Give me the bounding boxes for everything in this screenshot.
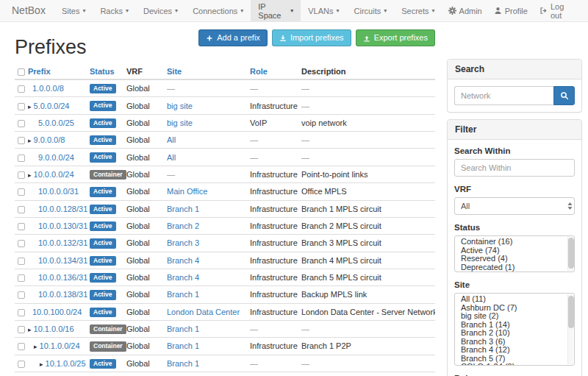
row-select-cell bbox=[15, 303, 28, 320]
vrf-value: Global bbox=[126, 238, 150, 247]
row-checkbox[interactable] bbox=[18, 103, 25, 110]
column-sort-link[interactable]: Status bbox=[90, 67, 115, 76]
prefix-link[interactable]: 10.1.0.0/25 bbox=[46, 359, 86, 368]
prefix-link[interactable]: 10.0.0.128/31 bbox=[38, 205, 87, 213]
column-sort-link[interactable]: Role bbox=[250, 67, 268, 76]
nav-item-secrets[interactable]: Secrets▾ bbox=[394, 0, 442, 21]
site-link[interactable]: Branch 1 bbox=[167, 205, 199, 213]
site-link[interactable]: Branch 1 bbox=[167, 359, 199, 368]
column-sort-link[interactable]: Prefix bbox=[28, 67, 51, 76]
prefix-link[interactable]: 10.0.0.136/31 bbox=[38, 273, 87, 282]
select-all-checkbox[interactable] bbox=[18, 68, 25, 76]
scrollbar-thumb[interactable] bbox=[568, 238, 574, 269]
nav-item-vlans[interactable]: VLANs▾ bbox=[301, 0, 346, 21]
export-prefixes-button[interactable]: Export prefixes bbox=[356, 29, 435, 46]
site-link[interactable]: All bbox=[167, 153, 176, 162]
nav-item-admin[interactable]: Admin bbox=[442, 0, 488, 21]
row-checkbox[interactable] bbox=[18, 309, 25, 316]
row-checkbox[interactable] bbox=[18, 206, 25, 213]
site-link[interactable]: big site bbox=[167, 102, 193, 110]
prefix-link[interactable]: 1.0.0.0/8 bbox=[32, 84, 64, 93]
status-badge: Container bbox=[90, 324, 126, 334]
row-checkbox[interactable] bbox=[18, 171, 25, 179]
nav-item-racks[interactable]: Racks▾ bbox=[93, 0, 136, 21]
nav-item-circuits[interactable]: Circuits▾ bbox=[347, 0, 395, 21]
site-link[interactable]: Branch 4 bbox=[167, 273, 199, 282]
search-within-input[interactable] bbox=[454, 159, 575, 177]
indent-spacer bbox=[28, 280, 38, 280]
row-checkbox[interactable] bbox=[18, 137, 25, 144]
role-cell: Infrastructure bbox=[250, 303, 301, 320]
prefix-link[interactable]: 10.0.0.132/31 bbox=[38, 238, 87, 247]
row-checkbox[interactable] bbox=[18, 326, 25, 333]
vrf-select[interactable]: All bbox=[454, 197, 575, 215]
prefix-link[interactable]: 10.1.0.0/24 bbox=[40, 341, 80, 350]
option-reserved-4[interactable]: Reserved (4) bbox=[455, 255, 574, 263]
row-checkbox[interactable] bbox=[18, 223, 25, 230]
search-input[interactable] bbox=[454, 86, 553, 105]
prefix-link[interactable]: 5.0.0.0/25 bbox=[38, 118, 74, 127]
option-container-16[interactable]: Container (16) bbox=[455, 238, 574, 246]
site-link[interactable]: Branch 1 bbox=[167, 290, 199, 299]
description-cell: Branch 4 MPLS circuit bbox=[301, 252, 435, 269]
nav-item-ip-space[interactable]: IP Space▾ bbox=[251, 0, 301, 21]
option-branch-4-12[interactable]: Branch 4 (12) bbox=[455, 346, 574, 355]
prefix-link[interactable]: 10.0.0.130/31 bbox=[38, 221, 87, 230]
prefix-link[interactable]: 10.0.0.138/31 bbox=[38, 290, 87, 299]
nav-item-log-out[interactable]: Log out bbox=[534, 0, 582, 21]
prefix-link[interactable]: 10.0.0.0/24 bbox=[34, 170, 74, 179]
import-prefixes-button[interactable]: Import prefixes bbox=[272, 29, 351, 46]
site-cell: — bbox=[167, 79, 250, 97]
option-colo-1-24-0[interactable]: COLO-1-24 (0) bbox=[455, 363, 574, 366]
prefix-link[interactable]: 9.0.0.0/24 bbox=[38, 153, 74, 162]
prefix-link[interactable]: 10.0.0.134/31 bbox=[38, 256, 87, 265]
vrf-label: VRF bbox=[454, 185, 575, 194]
column-sort-link[interactable]: Site bbox=[167, 67, 182, 76]
prefix-cell: 1.0.0.0/8 bbox=[28, 79, 90, 97]
site-link[interactable]: Branch 1 bbox=[167, 341, 199, 350]
site-link[interactable]: All bbox=[167, 135, 176, 144]
prefix-link[interactable]: 5.0.0.0/24 bbox=[34, 102, 70, 110]
option-branch-2-10[interactable]: Branch 2 (10) bbox=[455, 329, 574, 338]
site-link[interactable]: Branch 3 bbox=[167, 238, 199, 247]
row-checkbox[interactable] bbox=[18, 361, 25, 368]
row-checkbox[interactable] bbox=[18, 274, 25, 282]
site-link[interactable]: Branch 1 bbox=[167, 324, 199, 333]
prefix-link[interactable]: 10.0.100.0/24 bbox=[32, 308, 82, 316]
row-checkbox[interactable] bbox=[18, 258, 25, 265]
site-link[interactable]: London Data Center bbox=[167, 308, 240, 316]
table-row: ▸10.1.0.0/25ActiveGlobalBranch 1—— bbox=[15, 355, 435, 372]
row-checkbox[interactable] bbox=[18, 291, 25, 299]
row-checkbox[interactable] bbox=[18, 188, 25, 196]
row-checkbox[interactable] bbox=[18, 155, 25, 162]
add-a-prefix-button[interactable]: Add a prefix bbox=[198, 29, 268, 46]
button-label: Export prefixes bbox=[374, 33, 428, 43]
row-checkbox[interactable] bbox=[18, 240, 25, 247]
prefix-link[interactable]: 10.0.0.0/31 bbox=[38, 187, 79, 196]
site-link[interactable]: Branch 2 bbox=[167, 221, 199, 230]
scrollbar-thumb[interactable] bbox=[568, 296, 574, 328]
row-checkbox[interactable] bbox=[18, 85, 25, 93]
search-button[interactable] bbox=[553, 86, 575, 105]
prefix-link[interactable]: 10.1.0.0/16 bbox=[34, 324, 74, 333]
nav-item-connections[interactable]: Connections▾ bbox=[185, 0, 251, 21]
option-big-site-2[interactable]: big site (2) bbox=[455, 312, 574, 321]
nav-item-devices[interactable]: Devices▾ bbox=[136, 0, 185, 21]
nav-item-profile[interactable]: Profile bbox=[488, 0, 534, 21]
site-link[interactable]: Branch 4 bbox=[167, 256, 199, 265]
row-checkbox[interactable] bbox=[18, 120, 25, 127]
vrf-value: Global bbox=[126, 324, 150, 333]
nav-item-sites[interactable]: Sites▾ bbox=[54, 0, 93, 21]
site-link[interactable]: Main Office bbox=[167, 187, 207, 196]
site-link[interactable]: big site bbox=[167, 118, 193, 127]
row-checkbox[interactable] bbox=[18, 343, 25, 350]
option-all-11[interactable]: All (11) bbox=[455, 295, 574, 304]
prefix-link[interactable]: 9.0.0.0/8 bbox=[34, 135, 65, 144]
export-icon bbox=[363, 35, 370, 42]
brand[interactable]: NetBox bbox=[12, 0, 46, 21]
search-panel: Search bbox=[447, 59, 582, 113]
row-select-cell bbox=[15, 183, 28, 200]
vrf-cell: Global bbox=[126, 269, 167, 285]
table-row: 10.0.0.134/31ActiveGlobalBranch 4Infrast… bbox=[15, 252, 435, 269]
option-deprecated-1[interactable]: Deprecated (1) bbox=[455, 263, 574, 272]
